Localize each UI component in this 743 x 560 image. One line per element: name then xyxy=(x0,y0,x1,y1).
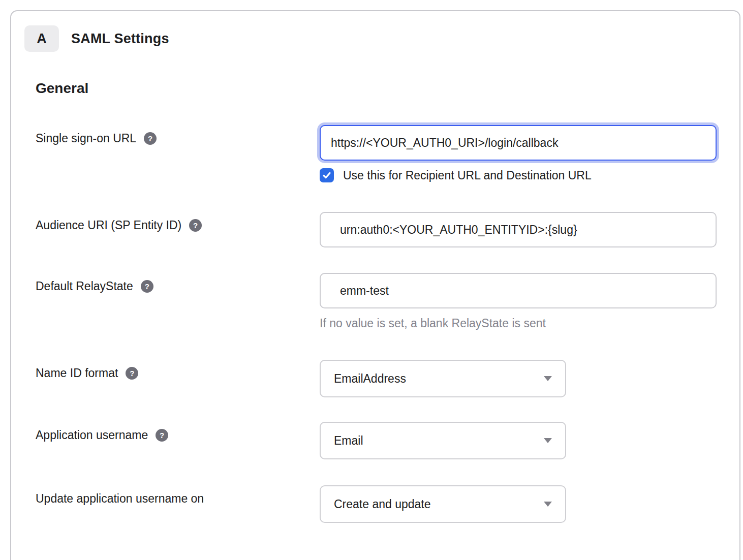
relay-state-helper-text: If no value is set, a blank RelayState i… xyxy=(320,317,739,330)
page-title: SAML Settings xyxy=(71,31,169,47)
help-icon[interactable]: ? xyxy=(126,367,138,380)
update-username-on-select[interactable]: Create and update xyxy=(320,485,566,523)
chevron-down-icon xyxy=(544,502,552,507)
update-username-on-label-col: Update application username on xyxy=(36,485,320,523)
relay-state-input[interactable] xyxy=(320,273,717,308)
recipient-url-checkbox-label: Use this for Recipient URL and Destinati… xyxy=(343,169,592,182)
field-row-sso-url: Single sign-on URL ? Use this for Recipi… xyxy=(36,125,739,182)
name-id-format-label: Name ID format xyxy=(36,366,118,380)
help-icon[interactable]: ? xyxy=(189,219,202,232)
card-header: A SAML Settings xyxy=(24,25,739,52)
section-heading-general: General xyxy=(36,80,739,97)
help-icon[interactable]: ? xyxy=(144,132,157,145)
audience-uri-control-col xyxy=(320,212,739,247)
audience-uri-label-col: Audience URI (SP Entity ID) ? xyxy=(36,212,320,247)
sso-url-control-col: Use this for Recipient URL and Destinati… xyxy=(320,125,739,182)
name-id-format-control-col: EmailAddress xyxy=(320,360,739,397)
field-row-relay-state: Default RelayState ? If no value is set,… xyxy=(36,273,739,330)
audience-uri-label: Audience URI (SP Entity ID) xyxy=(36,218,181,232)
name-id-format-selected-value: EmailAddress xyxy=(334,372,406,386)
recipient-url-checkbox-row[interactable]: Use this for Recipient URL and Destinati… xyxy=(320,168,739,182)
app-username-selected-value: Email xyxy=(334,434,363,448)
field-row-app-username: Application username ? Email xyxy=(36,422,739,459)
app-username-label: Application username xyxy=(36,428,148,442)
help-icon[interactable]: ? xyxy=(156,429,168,442)
app-username-control-col: Email xyxy=(320,422,739,459)
name-id-format-select[interactable]: EmailAddress xyxy=(320,360,566,397)
relay-state-label-col: Default RelayState ? xyxy=(36,273,320,330)
update-username-on-selected-value: Create and update xyxy=(334,497,431,511)
saml-settings-card: A SAML Settings General Single sign-on U… xyxy=(10,10,740,560)
app-username-select[interactable]: Email xyxy=(320,422,566,459)
field-row-update-username-on: Update application username on Create an… xyxy=(36,485,739,523)
update-username-on-control-col: Create and update xyxy=(320,485,739,523)
checkbox-checked-icon[interactable] xyxy=(320,168,334,182)
sso-url-label: Single sign-on URL xyxy=(36,131,136,145)
audience-uri-input[interactable] xyxy=(320,212,717,247)
relay-state-control-col: If no value is set, a blank RelayState i… xyxy=(320,273,739,330)
update-username-on-label: Update application username on xyxy=(36,491,204,506)
sso-url-label-col: Single sign-on URL ? xyxy=(36,125,320,182)
help-icon[interactable]: ? xyxy=(141,280,153,293)
chevron-down-icon xyxy=(544,438,552,443)
step-badge: A xyxy=(24,25,59,52)
chevron-down-icon xyxy=(544,376,552,381)
relay-state-label: Default RelayState xyxy=(36,279,133,293)
app-username-label-col: Application username ? xyxy=(36,422,320,459)
sso-url-input[interactable] xyxy=(320,125,717,161)
name-id-format-label-col: Name ID format ? xyxy=(36,360,320,397)
field-row-name-id-format: Name ID format ? EmailAddress xyxy=(36,360,739,397)
field-row-audience-uri: Audience URI (SP Entity ID) ? xyxy=(36,212,739,247)
saml-general-form: Single sign-on URL ? Use this for Recipi… xyxy=(36,125,739,523)
